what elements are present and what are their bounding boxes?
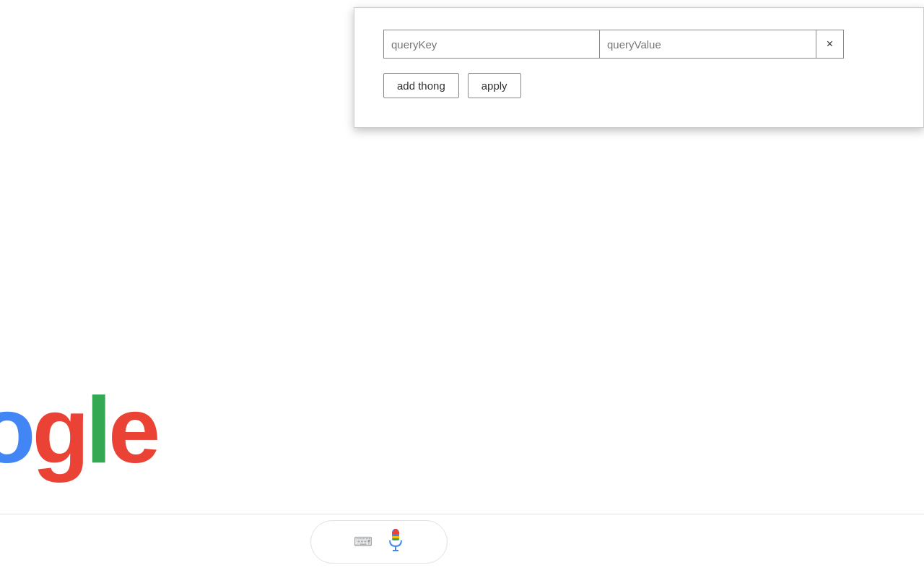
logo-letter-g: o [0, 383, 32, 477]
query-params-popup: × add thong apply [354, 7, 924, 128]
search-bar[interactable]: ⌨ [310, 520, 448, 564]
close-button[interactable]: × [816, 30, 844, 59]
mic-icon[interactable] [387, 527, 404, 556]
keyboard-icon[interactable]: ⌨ [354, 534, 372, 550]
svg-rect-6 [392, 536, 399, 538]
apply-button[interactable]: apply [468, 73, 521, 98]
button-row: add thong apply [383, 73, 894, 98]
input-row: × [383, 30, 894, 59]
query-key-input[interactable] [383, 30, 600, 59]
add-thong-button[interactable]: add thong [383, 73, 459, 98]
svg-rect-5 [392, 532, 399, 534]
logo-letter-o1: g [32, 383, 85, 477]
query-value-input[interactable] [600, 30, 816, 59]
logo-letter-g2: l [86, 383, 108, 477]
svg-rect-7 [392, 538, 399, 540]
page-divider [0, 514, 924, 514]
logo-letter-l: e [108, 383, 157, 477]
google-logo: o g l e [0, 383, 157, 477]
